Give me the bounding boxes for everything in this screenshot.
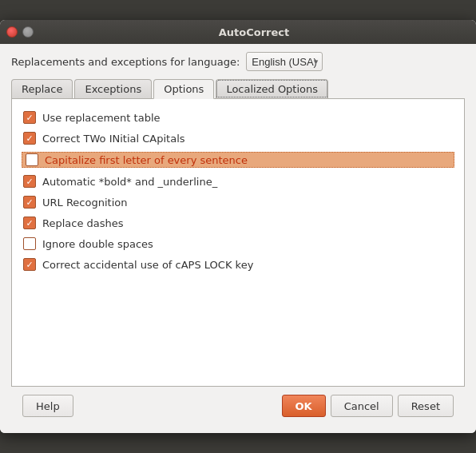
checkbox-automatic-bold[interactable] [23, 175, 36, 188]
autocorrect-window: ✕ AutoCorrect Replacements and exception… [0, 20, 476, 433]
label-correct-caps-lock: Correct accidental use of cAPS LOCK key [42, 259, 253, 271]
checkbox-row-ignore-double-spaces: Ignore double spaces [22, 236, 454, 251]
window-body: Replacements and exceptions for language… [0, 44, 476, 433]
checkbox-replace-dashes[interactable] [23, 217, 36, 229]
checkbox-correct-caps-lock[interactable] [23, 258, 36, 271]
tabs-container: Replace Exceptions Options Localized Opt… [11, 79, 465, 99]
label-url-recognition: URL Recognition [42, 197, 127, 209]
button-right-group: OK Cancel Reset [282, 395, 454, 417]
checkbox-row-correct-caps-lock: Correct accidental use of cAPS LOCK key [22, 257, 454, 272]
cancel-button[interactable]: Cancel [331, 395, 393, 417]
checkbox-row-automatic-bold: Automatic *bold* and _underline_ [22, 174, 454, 189]
label-capitalize-first: Capitalize first letter of every sentenc… [45, 154, 248, 166]
checkbox-url-recognition[interactable] [23, 196, 36, 209]
button-left-group: Help [22, 395, 73, 417]
tab-localized-options[interactable]: Localized Options [216, 79, 328, 98]
checkbox-capitalize-first[interactable] [26, 153, 38, 166]
checkbox-use-replacement-table[interactable] [23, 111, 36, 124]
language-row: Replacements and exceptions for language… [11, 52, 465, 71]
checkbox-ignore-double-spaces[interactable] [23, 237, 36, 250]
checkbox-row-replace-dashes: Replace dashes [22, 216, 454, 230]
label-ignore-double-spaces: Ignore double spaces [42, 238, 153, 250]
checkbox-row-url-recognition: URL Recognition [22, 195, 454, 209]
help-button[interactable]: Help [22, 395, 73, 417]
titlebar: ✕ AutoCorrect [0, 20, 476, 44]
ok-button[interactable]: OK [282, 395, 326, 417]
language-select-wrapper: English (USA) [246, 52, 323, 71]
reset-button[interactable]: Reset [398, 395, 454, 417]
checkbox-row-capitalize-first: Capitalize first letter of every sentenc… [22, 152, 454, 168]
minimize-button[interactable] [22, 26, 34, 38]
label-replace-dashes: Replace dashes [42, 217, 124, 229]
tab-replace[interactable]: Replace [11, 79, 73, 98]
options-content: Use replacement table Correct TWo INitia… [11, 99, 465, 387]
checkbox-correct-two-initial[interactable] [23, 132, 36, 145]
button-row: Help OK Cancel Reset [11, 387, 465, 423]
tab-options[interactable]: Options [153, 79, 214, 99]
label-correct-two-initial: Correct TWo INitial CApitals [42, 133, 185, 145]
window-title: AutoCorrect [38, 26, 470, 38]
tab-exceptions[interactable]: Exceptions [74, 79, 152, 98]
close-button[interactable]: ✕ [6, 26, 18, 38]
language-label: Replacements and exceptions for language… [11, 56, 240, 68]
checkbox-row-correct-two-initial: Correct TWo INitial CApitals [22, 131, 454, 145]
checkbox-row-use-replacement-table: Use replacement table [22, 110, 454, 125]
label-use-replacement-table: Use replacement table [42, 112, 161, 124]
label-automatic-bold: Automatic *bold* and _underline_ [42, 176, 217, 188]
language-select[interactable]: English (USA) [246, 52, 323, 71]
